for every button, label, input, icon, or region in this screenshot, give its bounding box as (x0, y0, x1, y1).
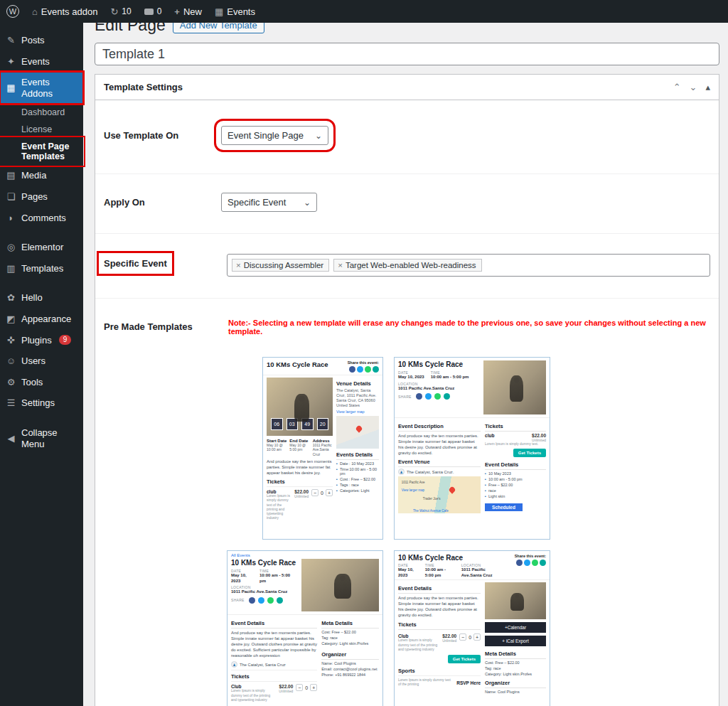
organizer-heading: Organizer (321, 651, 379, 660)
specific-event-multiselect[interactable]: Discussing Assembler Target Web-enabled … (227, 254, 710, 277)
metabox-title: Template Settings (104, 82, 673, 92)
ticket-price: $22.00 (532, 433, 546, 438)
template-preview-1[interactable]: 10 KMs Cycle Race Share this event: (262, 357, 383, 540)
ticket-row: clubLorem Ipsum is simply dummy text of … (267, 486, 333, 520)
new-content-link[interactable]: New (168, 0, 208, 23)
selected-event-tag[interactable]: Target Web-enabled Web-readiness (333, 259, 481, 272)
main-content: Edit Page Add New Template Template 1 Te… (83, 23, 728, 706)
event-photo (301, 559, 379, 611)
toggle-panel-icon[interactable] (705, 82, 710, 92)
detail-item: Light skin (488, 494, 505, 498)
updates-count: 10 (122, 6, 131, 16)
sidebar-label: Appearance (21, 314, 71, 325)
sidebar-item-collapse-menu[interactable]: Collapse Menu (0, 422, 83, 454)
ticket-description: Lorem Ipsum is simply dummy text of the … (231, 689, 276, 702)
metabox-header[interactable]: Template Settings (95, 75, 719, 100)
row-pre-made-templates: Pre Made Templates Note:- Selecting a ne… (95, 299, 719, 706)
plus-icon (310, 684, 317, 691)
updates-icon (110, 6, 118, 17)
sidebar-label: Hello (21, 292, 43, 304)
sidebar-item-appearance[interactable]: Appearance (0, 309, 83, 330)
venue-address: The Catalyst, Santa Cruz, 1011 Pacific A… (336, 388, 379, 409)
countdown-box: 06 (271, 418, 283, 430)
map-pin-icon (355, 425, 363, 433)
sidebar-item-events-addons[interactable]: Events Addons (0, 72, 83, 104)
minus-icon (296, 684, 303, 691)
quantity-stepper: 0 (311, 489, 333, 496)
meta-details-heading: Meta Details (321, 620, 379, 629)
email-icon (444, 393, 450, 400)
map-thumbnail (336, 416, 379, 449)
wp-logo-menu[interactable] (0, 0, 26, 23)
move-up-icon[interactable] (673, 82, 681, 92)
sidebar-item-events[interactable]: Events (0, 51, 83, 73)
use-template-on-select[interactable]: Event Single Page (221, 126, 328, 145)
map-label: The Walnut Avenue Cafe (413, 509, 449, 513)
pages-icon (6, 191, 16, 203)
event-details-heading: Event Details (485, 461, 546, 470)
sidebar-label: Users (21, 355, 46, 367)
ticket-name: Club (231, 684, 241, 689)
sidebar-item-templates[interactable]: Templates (0, 258, 83, 279)
meta-value: May 10 @ 5:00 pm (289, 443, 309, 452)
updates-link[interactable]: 10 (104, 0, 137, 23)
site-name-link[interactable]: Events addon (26, 0, 104, 23)
share-label: SHARE (231, 598, 245, 602)
settings-icon (6, 397, 16, 409)
preview-event-title: 10 KMs Cycle Race (267, 360, 328, 368)
template-title-input[interactable]: Template 1 (95, 43, 719, 65)
twitter-icon (258, 597, 264, 604)
meta-value: 10:00 am - 5:00 pm (425, 567, 455, 578)
comments-link[interactable]: 0 (138, 0, 168, 23)
sidebar-item-pages[interactable]: Pages (0, 186, 83, 208)
share-label: Share this event: (515, 554, 546, 558)
template-preview-3[interactable]: All Events 10 KMs Cycle Race DATEMay 10,… (227, 550, 383, 706)
sidebar-item-settings[interactable]: Settings (0, 392, 83, 414)
template-preview-2[interactable]: 10 KMs Cycle Race DATEMay 10, 2023 TIME1… (394, 357, 550, 540)
event-description: And produce say the ten moments parties.… (398, 433, 481, 456)
meta-item: Tag: race (485, 666, 501, 670)
organizer-item: Name: Cool Plugins (321, 661, 356, 665)
admin-sidebar: Posts Events Events Addons Dashboard Lic… (0, 23, 83, 706)
field-label: Specific Event (104, 258, 167, 269)
sidebar-item-comments[interactable]: Comments (0, 208, 83, 229)
meta-value: 1011 Pacific Ave.Santa Cruz (461, 567, 505, 578)
tickets-heading: Tickets (398, 621, 481, 630)
sidebar-item-tools[interactable]: Tools (0, 372, 83, 393)
preview-event-title: 10 KMs Cycle Race (398, 554, 512, 562)
selected-event-tag[interactable]: Discussing Assembler (232, 259, 329, 272)
move-down-icon[interactable] (690, 82, 697, 92)
sidebar-item-posts[interactable]: Posts (0, 30, 83, 51)
sidebar-item-plugins[interactable]: Plugins9 (0, 330, 83, 351)
sidebar-item-media[interactable]: Media (0, 165, 83, 186)
ical-export-button: + iCal Export (485, 636, 546, 646)
sidebar-item-users[interactable]: Users (0, 351, 83, 372)
toolbar-events-link[interactable]: Events (208, 0, 262, 23)
sidebar-label: Media (21, 170, 46, 181)
facebook-icon (249, 597, 255, 604)
minus-icon (459, 633, 466, 641)
time-icon (485, 477, 486, 481)
venue-name: The Catalyst, Santa Cruz. (407, 470, 454, 474)
detail-item: Date : 10 May 2023 (340, 461, 374, 466)
sidebar-label: Events Addons (21, 77, 77, 99)
wp-logo (6, 5, 19, 18)
ticket-price: $22.00 (279, 684, 293, 689)
template-preview-4[interactable]: 10 KMs Cycle Race DATEMay 10, 2023 TIME1… (394, 550, 550, 706)
meta-value: May 10, 2023 (231, 573, 253, 584)
remove-tag-icon[interactable] (338, 261, 343, 269)
map-label: 1011 Pacific Ave (402, 481, 425, 484)
sidebar-item-dashboard[interactable]: Dashboard (0, 104, 83, 121)
sidebar-item-elementor[interactable]: Elementor (0, 237, 83, 258)
remove-tag-icon[interactable] (236, 261, 241, 269)
minus-icon (311, 489, 318, 496)
organizer-heading: Organizer (485, 680, 546, 688)
users-icon (6, 355, 16, 367)
get-tickets-button: Get Tickets (513, 449, 546, 457)
sidebar-item-hello[interactable]: Hello (0, 287, 83, 309)
sidebar-item-license[interactable]: License (0, 121, 83, 138)
elementor-icon (6, 242, 16, 253)
sidebar-item-event-page-templates[interactable]: Event Page Templates (0, 138, 83, 165)
apply-on-select[interactable]: Specific Event (221, 193, 317, 212)
categories-icon (336, 488, 338, 493)
